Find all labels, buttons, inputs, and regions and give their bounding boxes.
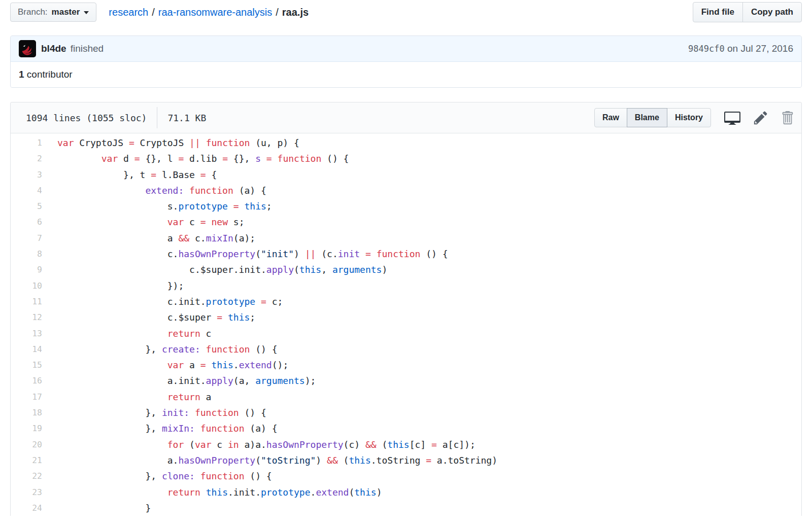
line-number[interactable]: 24 [11, 500, 42, 516]
code-text: var d = {}, l = d.lib = {}, s = function… [42, 151, 349, 166]
line-number[interactable]: 14 [11, 341, 42, 357]
branch-name: master [52, 7, 80, 17]
commit-author-link[interactable]: bl4de [41, 43, 66, 54]
code-text: var a = this.extend(); [42, 357, 288, 373]
file-blob-box: 1094 lines (1055 sloc) 71.1 KB Raw Blame… [10, 102, 802, 516]
branch-label: Branch: [18, 7, 48, 17]
line-number[interactable]: 7 [11, 230, 42, 246]
code-text: }, init: function () { [42, 405, 266, 420]
commit-meta: 9849cf0 on Jul 27, 2016 [688, 43, 793, 54]
code-line: 11 c.init.prototype = c; [11, 294, 801, 309]
avatar-image [19, 40, 36, 57]
code-line: 16 a.init.apply(a, arguments); [11, 373, 801, 389]
code-text: }, create: function () { [42, 341, 278, 357]
code-line: 13 return c [11, 326, 801, 341]
code-line: 19 }, mixIn: function (a) { [11, 420, 801, 436]
file-navigation-bar: Branch: master research/raa-ransomware-a… [10, 2, 802, 22]
code-text: a.hasOwnProperty("toString") && (this.to… [42, 452, 497, 468]
commit-date: on Jul 27, 2016 [727, 43, 793, 54]
copy-path-button[interactable]: Copy path [742, 2, 802, 22]
code-line: 20 for (var c in a)a.hasOwnProperty(c) &… [11, 437, 801, 452]
code-text: c.init.prototype = c; [42, 294, 283, 309]
file-info: 1094 lines (1055 sloc) 71.1 KB [19, 111, 206, 124]
code-line: 14 }, create: function () { [11, 341, 801, 357]
code-line: 9 c.$super.init.apply(this, arguments) [11, 262, 801, 277]
code-line: 24 } [11, 500, 801, 516]
blame-button[interactable]: Blame [627, 108, 667, 127]
code-line: 15 var a = this.extend(); [11, 357, 801, 373]
line-number[interactable]: 9 [11, 262, 42, 277]
breadcrumb-folder-link[interactable]: raa-ransomware-analysis [158, 7, 273, 18]
line-number[interactable]: 18 [11, 405, 42, 420]
code-line: 2 var d = {}, l = d.lib = {}, s = functi… [11, 151, 801, 166]
delete-file-button[interactable] [781, 110, 793, 125]
open-in-desktop-button[interactable] [724, 110, 740, 126]
line-number[interactable]: 15 [11, 357, 42, 373]
code-line: 12 c.$super = this; [11, 309, 801, 325]
avatar[interactable] [19, 40, 36, 57]
line-number[interactable]: 2 [11, 151, 42, 166]
breadcrumb-current-file: raa.js [282, 7, 309, 18]
breadcrumb-repo-link[interactable]: research [109, 7, 148, 18]
find-file-button[interactable]: Find file [693, 2, 743, 22]
file-lines-info: 1094 lines (1055 sloc) [26, 113, 147, 123]
file-size: 71.1 KB [167, 113, 206, 123]
branch-selector-button[interactable]: Branch: master [10, 3, 96, 22]
code-text: var CryptoJS = CryptoJS || function (u, … [42, 135, 299, 151]
contributor-label: contributor [27, 69, 73, 80]
github-file-page: Branch: master research/raa-ransomware-a… [0, 0, 812, 527]
code-text: } [42, 500, 151, 516]
code-text: c.$super = this; [42, 309, 255, 325]
code-text: return this.init.prototype.extend(this) [42, 484, 382, 500]
top-action-buttons: Find file Copy path [693, 2, 802, 22]
commit-sha-link[interactable]: 9849cf0 [688, 44, 725, 54]
trash-icon [781, 110, 793, 125]
history-button[interactable]: History [667, 108, 711, 127]
device-desktop-icon [724, 110, 740, 126]
code-text: extend: function (a) { [42, 183, 266, 198]
code-text: return c [42, 326, 211, 341]
line-number[interactable]: 4 [11, 183, 42, 198]
contributors-row[interactable]: 1 contributor [11, 62, 801, 87]
line-number[interactable]: 19 [11, 420, 42, 436]
line-number[interactable]: 17 [11, 389, 42, 405]
code-line: 1var CryptoJS = CryptoJS || function (u,… [11, 135, 801, 151]
line-number[interactable]: 1 [11, 135, 42, 151]
line-number[interactable]: 20 [11, 437, 42, 452]
file-header: 1094 lines (1055 sloc) 71.1 KB Raw Blame… [11, 102, 801, 133]
code-text: }); [42, 278, 184, 294]
line-number[interactable]: 11 [11, 294, 42, 309]
commit-info-box: bl4de finished 9849cf0 on Jul 27, 2016 1… [10, 36, 802, 88]
line-number[interactable]: 5 [11, 198, 42, 214]
breadcrumb: research/raa-ransomware-analysis/raa.js [109, 7, 309, 18]
line-number[interactable]: 12 [11, 309, 42, 325]
code-line: 7 a && c.mixIn(a); [11, 230, 801, 246]
breadcrumb-separator: / [152, 7, 155, 18]
code-line: 23 return this.init.prototype.extend(thi… [11, 484, 801, 500]
code-lines: 1var CryptoJS = CryptoJS || function (u,… [11, 133, 801, 516]
edit-file-button[interactable] [754, 110, 768, 125]
line-number[interactable]: 6 [11, 214, 42, 230]
pencil-icon [754, 110, 768, 125]
line-number[interactable]: 8 [11, 246, 42, 262]
line-number[interactable]: 23 [11, 484, 42, 500]
line-number[interactable]: 16 [11, 373, 42, 389]
raw-button[interactable]: Raw [594, 108, 627, 127]
raw-blame-history-group: Raw Blame History [594, 108, 711, 127]
line-number[interactable]: 22 [11, 468, 42, 484]
code-line: 6 var c = new s; [11, 214, 801, 230]
code-text: return a [42, 389, 211, 405]
line-number[interactable]: 3 [11, 167, 42, 183]
code-line: 8 c.hasOwnProperty("init") || (c.init = … [11, 246, 801, 262]
code-line: 18 }, init: function () { [11, 405, 801, 420]
line-number[interactable]: 10 [11, 278, 42, 294]
contributor-count: 1 [19, 69, 24, 80]
file-actions: Raw Blame History [594, 108, 793, 127]
line-number[interactable]: 21 [11, 452, 42, 468]
code-line: 5 s.prototype = this; [11, 198, 801, 214]
code-line: 22 }, clone: function () { [11, 468, 801, 484]
code-line: 10 }); [11, 278, 801, 294]
line-number[interactable]: 13 [11, 326, 42, 341]
commit-message[interactable]: finished [71, 43, 104, 54]
code-text: s.prototype = this; [42, 198, 272, 214]
